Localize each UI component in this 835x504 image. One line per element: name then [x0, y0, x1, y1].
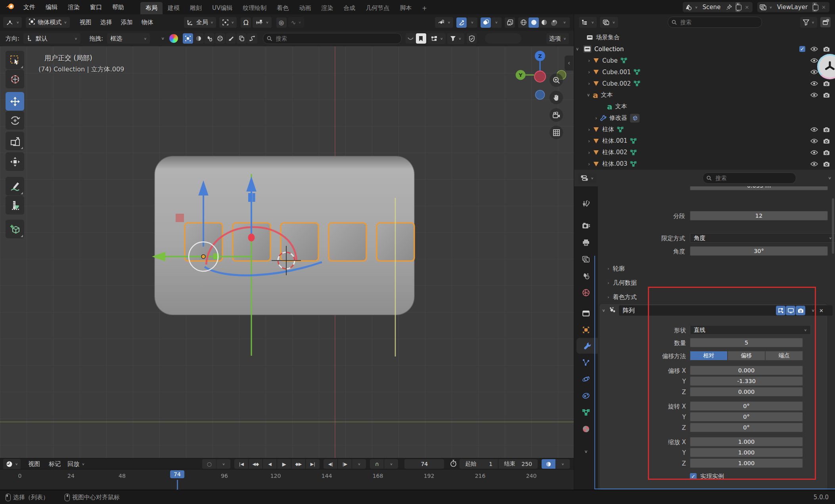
bevel-amount-field[interactable]: 0.035 m: [690, 186, 828, 190]
method-offset[interactable]: 偏移: [728, 351, 765, 360]
tool-prompt-field[interactable]: [485, 33, 521, 44]
step-forward-button[interactable]: |▶: [338, 459, 352, 469]
chevron-down-icon[interactable]: ∨: [491, 17, 502, 28]
play-reverse-button[interactable]: ◀: [263, 459, 277, 469]
pivot-point-selector[interactable]: ∨: [219, 17, 237, 28]
chevron-down-icon[interactable]: ∨: [352, 459, 366, 469]
rotate-x-field[interactable]: 0°: [690, 401, 803, 411]
properties-editor-type[interactable]: ∨: [578, 173, 596, 184]
limit-method-dropdown[interactable]: 角度∨: [690, 233, 835, 243]
menu-window[interactable]: 窗口: [85, 4, 107, 11]
collapse-arrow-icon[interactable]: ∨: [574, 92, 590, 98]
tab-compositing[interactable]: 合成: [338, 2, 360, 14]
tab-scripting[interactable]: 脚本: [395, 2, 417, 14]
offset-y-field[interactable]: -1.330: [690, 376, 803, 386]
next-keyframe-button[interactable]: ◆▶: [291, 459, 305, 469]
chevron-down-icon[interactable]: ∨: [161, 36, 165, 40]
outliner-filter-id[interactable]: ∨: [600, 17, 618, 28]
keying-set-icon[interactable]: ∩: [370, 459, 384, 469]
search-input[interactable]: [715, 174, 793, 182]
offset-x-field[interactable]: 0.000: [690, 366, 803, 375]
tool-cursor[interactable]: [6, 70, 24, 88]
zoom-button[interactable]: [550, 73, 563, 87]
menu-view[interactable]: 视图: [75, 19, 96, 26]
visibility-dropdown[interactable]: ∨: [435, 17, 453, 28]
chevron-down-icon[interactable]: ∨: [769, 6, 772, 9]
collapse-arrow-icon[interactable]: ∨: [574, 46, 580, 52]
expand-arrow-icon[interactable]: ›: [574, 150, 590, 155]
eye-icon[interactable]: [810, 127, 818, 132]
tab-shading[interactable]: 着色: [272, 2, 294, 14]
method-endpoint[interactable]: 端点: [765, 351, 803, 360]
mode-icon-curve[interactable]: [247, 33, 257, 44]
shading-wireframe-icon[interactable]: [518, 17, 529, 28]
transform-orientation-selector[interactable]: 全局 ∨: [184, 17, 216, 28]
menu-file[interactable]: 文件: [18, 4, 40, 11]
play-button[interactable]: ▶: [277, 459, 291, 469]
shading-material-icon[interactable]: [539, 17, 549, 28]
tab-sculpting[interactable]: 雕刻: [185, 2, 207, 14]
camera-icon[interactable]: [823, 46, 830, 52]
curve-falloff-icon[interactable]: [406, 33, 416, 44]
new-collection-button[interactable]: [820, 17, 831, 27]
outliner-item-text-data[interactable]: a 文本: [574, 101, 835, 112]
shape-dropdown[interactable]: 直线∨: [690, 325, 811, 335]
editor-type-button[interactable]: ∨: [3, 17, 22, 28]
expand-arrow-icon[interactable]: ›: [574, 115, 597, 121]
display-editmode-toggle[interactable]: [776, 306, 785, 315]
eye-icon[interactable]: [810, 161, 818, 167]
pan-hand-button[interactable]: [550, 91, 563, 104]
eye-icon[interactable]: [810, 46, 818, 52]
tab-output[interactable]: [574, 235, 598, 251]
select-mode-icon[interactable]: [183, 33, 193, 44]
tab-uv-editing[interactable]: UV编辑: [207, 2, 237, 14]
camera-icon[interactable]: [823, 138, 830, 144]
tab-rendering[interactable]: 渲染: [316, 2, 338, 14]
scale-z-field[interactable]: 1.000: [690, 458, 803, 468]
eye-icon[interactable]: [810, 58, 818, 63]
tab-modeling[interactable]: 建模: [163, 2, 185, 14]
autokey-toggle[interactable]: [542, 459, 555, 469]
tool-select-box[interactable]: [6, 51, 24, 69]
section-shading[interactable]: ›着色方式: [607, 293, 637, 301]
modifier-close-button[interactable]: ✕: [818, 308, 825, 314]
expand-arrow-icon[interactable]: ›: [574, 81, 590, 86]
camera-icon[interactable]: [823, 161, 830, 167]
eye-icon[interactable]: [810, 69, 818, 75]
chevron-down-icon[interactable]: ∨: [695, 6, 697, 9]
expand-arrow-icon[interactable]: ›: [574, 138, 590, 144]
properties-search[interactable]: [703, 172, 796, 184]
search-input[interactable]: [275, 35, 398, 42]
snap-magnet-icon[interactable]: Ω: [241, 17, 251, 28]
viewport-search[interactable]: [263, 33, 402, 44]
camera-icon[interactable]: [823, 81, 830, 86]
options-dropdown[interactable]: 选项 ∨: [546, 33, 569, 44]
modifier-badge-icon[interactable]: [630, 114, 640, 123]
outliner-item-cylinder[interactable]: › 柱体: [574, 124, 835, 135]
tool-rotate[interactable]: [6, 111, 24, 130]
display-realtime-toggle[interactable]: [786, 306, 795, 315]
camera-icon[interactable]: [823, 127, 830, 132]
step-back-button[interactable]: ◀|: [324, 459, 337, 469]
mode-icon-world[interactable]: [215, 33, 225, 44]
method-relative[interactable]: 相对: [690, 351, 728, 360]
viewlayer-name[interactable]: ViewLayer: [775, 4, 810, 11]
timeline-editor-type[interactable]: ∨: [3, 459, 21, 470]
outliner-item-cube002[interactable]: › Cube.002: [574, 78, 835, 89]
chevron-down-icon[interactable]: ∨: [384, 459, 398, 469]
expand-arrow-icon[interactable]: ›: [574, 69, 590, 75]
rotate-y-field[interactable]: 0°: [690, 412, 803, 422]
count-field[interactable]: 5: [690, 338, 803, 347]
collection-row[interactable]: ∨ Collection ✓: [574, 43, 835, 55]
tab-render[interactable]: [574, 218, 598, 234]
rotate-z-field[interactable]: 0°: [690, 423, 803, 432]
menu-add[interactable]: 添加: [117, 19, 137, 26]
camera-view-button[interactable]: [550, 108, 563, 122]
add-workspace-button[interactable]: +: [417, 2, 432, 14]
prev-keyframe-button[interactable]: ◀◆: [249, 459, 262, 469]
mode-icon-stamp[interactable]: [236, 33, 247, 44]
section-profile[interactable]: ›轮廓: [607, 265, 625, 272]
material-ball-icon[interactable]: [169, 34, 178, 43]
timeline-ruler[interactable]: 0 24 48 96 120 144 168 192 216 240 74: [0, 469, 574, 490]
realize-instances-checkbox[interactable]: ✓: [690, 473, 697, 480]
